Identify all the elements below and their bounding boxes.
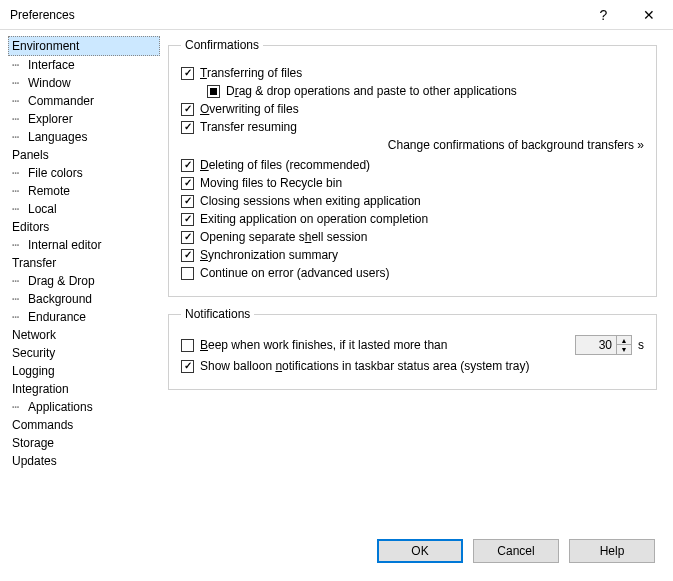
lbl-closing: Closing sessions when exiting applicatio… — [200, 194, 421, 208]
titlebar: Preferences ? ✕ — [0, 0, 673, 30]
cb-overwriting[interactable] — [181, 103, 194, 116]
nav-tree: Environment ⋯Interface ⋯Window ⋯Commande… — [0, 30, 160, 527]
confirmations-legend: Confirmations — [181, 38, 263, 52]
tree-storage[interactable]: Storage — [8, 434, 160, 452]
cb-moving[interactable] — [181, 177, 194, 190]
notifications-group: Notifications Beep when work finishes, i… — [168, 307, 657, 390]
dialog-buttons: OK Cancel Help — [0, 529, 673, 581]
tree-updates[interactable]: Updates — [8, 452, 160, 470]
tree-remote[interactable]: ⋯Remote — [8, 182, 160, 200]
lbl-resuming: Transfer resuming — [200, 120, 297, 134]
tree-filecolors[interactable]: ⋯File colors — [8, 164, 160, 182]
tree-local[interactable]: ⋯Local — [8, 200, 160, 218]
tree-commands[interactable]: Commands — [8, 416, 160, 434]
chevron-up-icon[interactable]: ▲ — [617, 336, 631, 345]
tree-languages[interactable]: ⋯Languages — [8, 128, 160, 146]
confirmations-group: Confirmations Transferring of files Drag… — [168, 38, 657, 297]
lbl-moving: Moving files to Recycle bin — [200, 176, 342, 190]
tree-transfer[interactable]: Transfer — [8, 254, 160, 272]
main-panel: Confirmations Transferring of files Drag… — [160, 30, 673, 527]
lbl-transferring: Transferring of files — [200, 66, 302, 80]
cb-sync[interactable] — [181, 249, 194, 262]
tree-explorer[interactable]: ⋯Explorer — [8, 110, 160, 128]
tree-panels[interactable]: Panels — [8, 146, 160, 164]
tree-security[interactable]: Security — [8, 344, 160, 362]
lbl-beep: Beep when work finishes, if it lasted mo… — [200, 338, 447, 352]
cb-continue[interactable] — [181, 267, 194, 280]
lbl-balloon: Show balloon notifications in taskbar st… — [200, 359, 530, 373]
tree-internaleditor[interactable]: ⋯Internal editor — [8, 236, 160, 254]
cb-beep[interactable] — [181, 339, 194, 352]
tree-network[interactable]: Network — [8, 326, 160, 344]
tree-commander[interactable]: ⋯Commander — [8, 92, 160, 110]
tree-background[interactable]: ⋯Background — [8, 290, 160, 308]
cb-deleting[interactable] — [181, 159, 194, 172]
cb-closing[interactable] — [181, 195, 194, 208]
window-title: Preferences — [10, 8, 581, 22]
help-button[interactable]: Help — [569, 539, 655, 563]
cb-transferring[interactable] — [181, 67, 194, 80]
cb-resuming[interactable] — [181, 121, 194, 134]
beep-unit: s — [638, 338, 644, 352]
cancel-button[interactable]: Cancel — [473, 539, 559, 563]
tree-integration[interactable]: Integration — [8, 380, 160, 398]
ok-button[interactable]: OK — [377, 539, 463, 563]
tree-applications[interactable]: ⋯Applications — [8, 398, 160, 416]
chevron-down-icon[interactable]: ▼ — [617, 345, 631, 354]
tree-environment[interactable]: Environment — [8, 36, 160, 56]
tree-interface[interactable]: ⋯Interface — [8, 56, 160, 74]
tree-logging[interactable]: Logging — [8, 362, 160, 380]
cb-balloon[interactable] — [181, 360, 194, 373]
notifications-legend: Notifications — [181, 307, 254, 321]
beep-spinner[interactable]: ▲▼ — [617, 335, 632, 355]
tree-dragdrop[interactable]: ⋯Drag & Drop — [8, 272, 160, 290]
lbl-exiting: Exiting application on operation complet… — [200, 212, 428, 226]
lbl-overwriting: Overwriting of files — [200, 102, 299, 116]
cb-dragdrop[interactable] — [207, 85, 220, 98]
link-bg-transfers[interactable]: Change confirmations of background trans… — [181, 138, 644, 152]
tree-endurance[interactable]: ⋯Endurance — [8, 308, 160, 326]
help-icon[interactable]: ? — [581, 1, 626, 29]
lbl-sync: Synchronization summary — [200, 248, 338, 262]
lbl-opening: Opening separate shell session — [200, 230, 367, 244]
lbl-dragdrop: Drag & drop operations and paste to othe… — [226, 84, 517, 98]
lbl-deleting: Deleting of files (recommended) — [200, 158, 370, 172]
close-icon[interactable]: ✕ — [626, 1, 671, 29]
tree-editors[interactable]: Editors — [8, 218, 160, 236]
cb-exiting[interactable] — [181, 213, 194, 226]
cb-opening[interactable] — [181, 231, 194, 244]
beep-seconds-input[interactable] — [575, 335, 617, 355]
lbl-continue: Continue on error (advanced users) — [200, 266, 389, 280]
tree-window[interactable]: ⋯Window — [8, 74, 160, 92]
